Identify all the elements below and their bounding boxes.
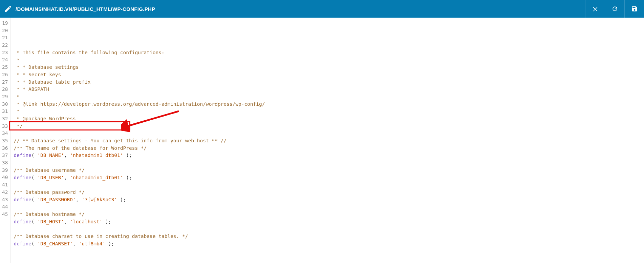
editor-header: /DOMAINS/NHAT.ID.VN/PUBLIC_HTML/WP-CONFI…	[0, 0, 644, 18]
line-number: 38	[2, 159, 8, 167]
code-line[interactable]: /** Database charset to use in creating …	[14, 233, 265, 240]
line-number: 42	[2, 189, 8, 196]
line-number: 29	[2, 93, 8, 101]
line-number: 32	[2, 115, 8, 123]
close-button[interactable]	[585, 0, 605, 18]
line-number: 44	[2, 203, 8, 211]
code-line[interactable]: * * Database settings	[14, 64, 265, 71]
line-number: 21	[2, 34, 8, 42]
header-actions	[585, 0, 644, 18]
line-number: 35	[2, 137, 8, 145]
code-line[interactable]: define( 'DB_NAME', 'nhatadmin1_dtb01' );	[14, 152, 265, 159]
code-line[interactable]: *	[14, 93, 265, 101]
pencil-icon	[4, 5, 12, 13]
line-number: 37	[2, 152, 8, 159]
code-line[interactable]: * * Database table prefix	[14, 79, 265, 86]
line-number-gutter: 1920212223242526272829303132333435363738…	[0, 18, 11, 263]
code-area[interactable]: * This file contains the following confi…	[11, 18, 265, 263]
line-number: 31	[2, 108, 8, 115]
code-editor[interactable]: 1920212223242526272829303132333435363738…	[0, 18, 644, 263]
code-line[interactable]: * @package WordPress	[14, 115, 265, 123]
line-number: 28	[2, 86, 8, 93]
line-number: 25	[2, 64, 8, 71]
code-line[interactable]	[14, 181, 265, 189]
code-line[interactable]: * This file contains the following confi…	[14, 49, 265, 57]
line-number: 43	[2, 196, 8, 204]
line-number: 19	[2, 20, 8, 27]
line-number: 23	[2, 49, 8, 57]
code-line[interactable]: *	[14, 108, 265, 115]
code-line[interactable]: * @link https://developer.wordpress.org/…	[14, 101, 265, 108]
line-number: 45	[2, 211, 8, 218]
line-number: 33	[2, 123, 8, 130]
line-number: 27	[2, 79, 8, 86]
code-line[interactable]: // ** Database settings - You can get th…	[14, 137, 265, 145]
line-number: 39	[2, 167, 8, 174]
line-number: 20	[2, 27, 8, 35]
code-line[interactable]	[14, 130, 265, 137]
line-number: 41	[2, 181, 8, 189]
line-number: 30	[2, 101, 8, 108]
line-number: 40	[2, 174, 8, 181]
line-number: 22	[2, 42, 8, 49]
line-number: 34	[2, 130, 8, 137]
code-line[interactable]: define( 'DB_HOST', 'localhost' );	[14, 218, 265, 226]
code-line[interactable]: */	[14, 123, 265, 130]
code-line[interactable]: /** The name of the database for WordPre…	[14, 145, 265, 152]
code-line[interactable]: * * ABSPATH	[14, 86, 265, 93]
code-line[interactable]: define( 'DB_CHARSET', 'utf8mb4' );	[14, 240, 265, 248]
file-path: /DOMAINS/NHAT.ID.VN/PUBLIC_HTML/WP-CONFI…	[16, 6, 585, 12]
code-line[interactable]: define( 'DB_USER', 'nhatadmin1_dtb01' );	[14, 174, 265, 182]
code-line[interactable]	[14, 159, 265, 167]
save-button[interactable]	[624, 0, 644, 18]
code-line[interactable]: /** Database hostname */	[14, 211, 265, 218]
reload-button[interactable]	[605, 0, 624, 18]
code-line[interactable]	[14, 203, 265, 211]
code-line[interactable]: /** Database password */	[14, 189, 265, 196]
code-line[interactable]: define( 'DB_PASSWORD', '7[w[6kSpC3' );	[14, 196, 265, 204]
line-number: 36	[2, 145, 8, 152]
code-line[interactable]: *	[14, 57, 265, 64]
line-number: 26	[2, 71, 8, 79]
line-number: 24	[2, 56, 8, 64]
code-line[interactable]: * * Secret keys	[14, 71, 265, 79]
code-line[interactable]	[14, 225, 265, 233]
code-line[interactable]: /** Database username */	[14, 167, 265, 174]
